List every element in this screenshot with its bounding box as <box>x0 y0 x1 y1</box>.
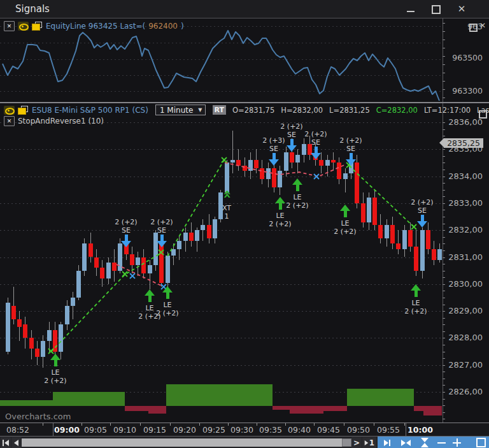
le-signal-arrow <box>162 286 173 299</box>
time-axis-label: 09:30 <box>230 425 253 435</box>
le-signal-arrow <box>145 289 155 302</box>
signal-label: LE <box>261 212 299 220</box>
quote-high: H=2832,00 <box>281 106 323 115</box>
candle <box>106 263 111 278</box>
candle <box>130 254 134 265</box>
go-to-end-button[interactable] <box>378 437 397 448</box>
axis-tick <box>443 129 445 130</box>
signal-label: 2 (+2) <box>261 220 299 228</box>
scroll-next-button[interactable]: > <box>351 437 362 448</box>
axis-tick <box>443 338 445 338</box>
scroll-prev-button[interactable] <box>11 437 21 448</box>
time-axis-tick <box>199 423 200 426</box>
le-signal-arrow <box>50 354 60 366</box>
candle <box>112 263 117 271</box>
candle-wick <box>232 131 233 174</box>
equity-axis-label: 963500 <box>444 53 483 62</box>
visibility-eye-icon[interactable] <box>4 106 15 115</box>
axis-tick <box>443 298 445 298</box>
candle <box>89 243 93 257</box>
axis-tick <box>443 284 445 285</box>
time-axis-tick <box>257 423 257 426</box>
scrollbar-track[interactable] <box>22 438 342 447</box>
axis-tick <box>443 385 445 386</box>
compress-view-button[interactable] <box>397 437 416 448</box>
axis-tick <box>443 372 445 372</box>
equity-last-value: 962400 <box>148 22 178 31</box>
axis-tick <box>443 183 445 184</box>
axis-tick <box>443 331 445 332</box>
scroll-first-button[interactable] <box>1 437 11 448</box>
trendline-dashed <box>117 264 164 287</box>
panel-divider[interactable] <box>0 102 489 103</box>
close-button[interactable]: ✕ <box>453 3 470 15</box>
candle <box>355 163 359 203</box>
time-axis[interactable]: 08:5209:0009:0509:1009:1509:2009:2509:30… <box>0 423 489 436</box>
signal-label: 2 (+2) <box>297 130 335 138</box>
candle <box>343 173 348 178</box>
histogram-bar <box>166 384 273 406</box>
equity-panel-close-icon[interactable]: ✕ <box>479 21 486 30</box>
chevron-down-icon: ▼ <box>198 107 202 113</box>
time-axis-label: 09:45 <box>317 425 340 435</box>
candle <box>136 257 140 266</box>
candle <box>437 249 442 260</box>
axis-tick <box>443 210 445 210</box>
equity-line-label: EquityLine 963425 Last=( <box>46 22 145 31</box>
signal-label: SE <box>297 138 335 147</box>
zoom-in-button[interactable] <box>450 437 465 448</box>
axis-tick <box>443 56 445 57</box>
step-forward-button[interactable]: 1 <box>362 437 376 448</box>
histogram-bar <box>273 406 290 410</box>
axis-tick <box>443 271 445 271</box>
candle <box>213 219 217 238</box>
axis-tick <box>443 250 445 251</box>
scrollbar-thumb[interactable] <box>342 438 351 447</box>
time-axis-tick <box>82 423 82 426</box>
layers-folder-icon[interactable] <box>18 106 29 115</box>
minimize-button[interactable] <box>402 3 419 15</box>
axis-tick <box>443 412 445 413</box>
axis-tick <box>443 64 445 65</box>
gridline <box>0 257 443 258</box>
window-title: Signals <box>15 3 50 15</box>
time-axis-label: 09:40 <box>288 425 311 435</box>
equity-panel-maximize-icon[interactable] <box>469 24 478 32</box>
last-price-box: 2835,25 <box>444 138 483 148</box>
title-bar[interactable]: Signals ✕ <box>0 0 489 18</box>
axis-tick <box>443 257 445 258</box>
chart-nav-bar <box>378 437 489 448</box>
candle <box>319 160 323 165</box>
candle <box>266 168 271 179</box>
timeframe-dropdown[interactable]: 1 Minute ▼ <box>155 105 206 115</box>
axis-tick <box>443 345 445 345</box>
remove-indicator-button[interactable]: ✕ <box>4 116 15 126</box>
time-axis-label: 09:10 <box>113 425 136 435</box>
axis-tick <box>443 73 445 73</box>
signal-label: 2 (+2) <box>332 136 370 145</box>
zoom-out-button[interactable] <box>434 437 450 448</box>
histogram-bar <box>323 406 347 411</box>
price-axis-label: 2836,00 <box>444 117 483 127</box>
candle <box>6 303 10 351</box>
time-axis-label: 09:20 <box>173 425 196 435</box>
visibility-eye-icon[interactable] <box>18 22 29 31</box>
quote-lasttime: LT=12:17:00 <box>424 106 471 115</box>
candle-wick <box>398 230 399 254</box>
candle <box>189 233 194 241</box>
maximize-button[interactable] <box>428 3 444 15</box>
gridline <box>0 91 443 92</box>
realtime-badge: RT <box>213 105 226 115</box>
remove-equity-button[interactable]: ✕ <box>4 21 15 31</box>
candle <box>390 225 395 244</box>
layers-folder-icon[interactable] <box>32 22 43 31</box>
candle <box>76 271 81 298</box>
axis-tick <box>443 352 445 352</box>
fullscreen-button[interactable] <box>473 437 489 448</box>
auto-scale-hourglass-button[interactable] <box>415 437 434 448</box>
price-axis-label: 2830,00 <box>444 279 483 289</box>
signal-label: 2 (+2) <box>107 218 145 226</box>
candle <box>29 338 34 349</box>
axis-tick <box>443 277 445 278</box>
indicator-row: ✕ StopAndReverse1 (10) <box>4 116 104 126</box>
